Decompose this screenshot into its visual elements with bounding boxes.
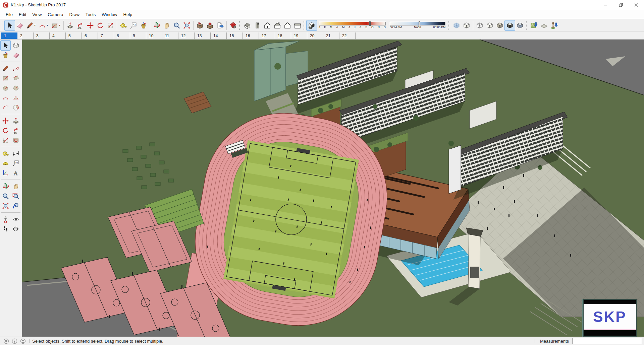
look-around-icon[interactable] xyxy=(11,214,21,224)
toolbar-drag-handle[interactable] xyxy=(526,21,528,30)
scene-tab[interactable]: 4 xyxy=(50,32,66,39)
menu-item[interactable]: View xyxy=(29,11,45,18)
arc-dropdown-icon[interactable]: ▾ xyxy=(47,24,49,27)
circle-tool-icon[interactable] xyxy=(1,83,10,93)
paint-bucket-icon[interactable] xyxy=(139,20,149,30)
scene-tab[interactable]: 8 xyxy=(114,32,130,39)
minimize-button[interactable] xyxy=(598,0,613,10)
eraser-icon[interactable] xyxy=(11,50,21,60)
line-tool-icon[interactable] xyxy=(25,20,35,30)
rotate-icon[interactable] xyxy=(95,20,105,30)
freehand-icon[interactable] xyxy=(11,64,21,73)
measurements-input[interactable] xyxy=(572,338,642,344)
x-ray-icon[interactable] xyxy=(451,20,462,30)
left-view-icon[interactable] xyxy=(292,20,303,30)
scene-tab[interactable]: 14 xyxy=(211,32,227,39)
select-tool-icon[interactable] xyxy=(1,41,10,50)
follow-me-icon[interactable] xyxy=(11,126,21,135)
follow-me-icon[interactable] xyxy=(75,20,85,30)
date-slider-thumb[interactable] xyxy=(369,21,371,26)
make-component-icon[interactable] xyxy=(11,41,21,50)
time-slider-thumb[interactable] xyxy=(419,21,420,26)
scale-icon[interactable] xyxy=(1,135,10,145)
scene-tab[interactable]: 10 xyxy=(146,32,162,39)
shadow-time-slider[interactable]: 06:24 AM Noon 05:06 PM xyxy=(390,22,445,29)
zoom-extents-icon[interactable] xyxy=(182,20,192,30)
rectangle-tool-icon[interactable] xyxy=(1,73,10,83)
zoom-extents-icon[interactable] xyxy=(1,201,10,211)
zoom-icon[interactable] xyxy=(1,191,10,201)
menu-item[interactable]: Edit xyxy=(16,11,29,18)
scene-tab[interactable]: 2 xyxy=(17,32,34,39)
zoom-icon[interactable] xyxy=(172,20,182,30)
toolbar-drag-handle[interactable] xyxy=(239,21,241,30)
dimension-icon[interactable] xyxy=(11,149,21,158)
circle-arrow-icon[interactable] xyxy=(11,224,21,234)
move-icon[interactable] xyxy=(85,20,95,30)
axes-icon[interactable] xyxy=(1,168,10,178)
add-location-icon[interactable] xyxy=(529,20,539,30)
shaded-textures-icon[interactable] xyxy=(505,20,515,30)
sign-in-icon[interactable] xyxy=(20,338,26,344)
scale-icon[interactable] xyxy=(105,20,115,30)
menu-item[interactable]: Camera xyxy=(45,11,66,18)
position-camera-icon[interactable] xyxy=(1,214,10,224)
menu-item[interactable]: File xyxy=(3,11,16,18)
push-pull-icon[interactable] xyxy=(11,116,21,126)
iso-view-icon[interactable] xyxy=(242,20,252,30)
right-view-icon[interactable] xyxy=(272,20,282,30)
rectangle-dropdown-icon[interactable]: ▾ xyxy=(59,24,62,27)
eraser-icon[interactable] xyxy=(15,20,25,30)
tape-measure-icon[interactable] xyxy=(1,149,10,158)
scene-tab[interactable]: 17 xyxy=(259,32,275,39)
share-model-icon[interactable] xyxy=(205,20,215,30)
orbit-icon[interactable] xyxy=(152,20,162,30)
scene-tab[interactable]: 20 xyxy=(307,32,323,39)
back-edges-icon[interactable] xyxy=(462,20,472,30)
three-point-arc-icon[interactable] xyxy=(1,102,10,112)
3d-text-icon[interactable] xyxy=(11,168,21,178)
back-view-icon[interactable] xyxy=(282,20,292,30)
scene-tab[interactable]: 22 xyxy=(339,32,356,39)
toolbar-drag-handle[interactable] xyxy=(448,21,450,30)
menu-item[interactable]: Help xyxy=(120,11,136,18)
hidden-line-icon[interactable] xyxy=(485,20,495,30)
pie-tool-icon[interactable] xyxy=(11,102,21,112)
orbit-icon[interactable] xyxy=(1,182,10,191)
scene-tab[interactable]: 12 xyxy=(178,32,195,39)
scene-tab[interactable]: 18 xyxy=(275,32,291,39)
menu-item[interactable]: Tools xyxy=(83,11,99,18)
rotate-icon[interactable] xyxy=(1,126,10,135)
push-pull-icon[interactable] xyxy=(65,20,75,30)
line-tool-icon[interactable] xyxy=(1,64,10,73)
front-view-icon[interactable] xyxy=(262,20,272,30)
top-view-icon[interactable] xyxy=(252,20,262,30)
tape-measure-icon[interactable] xyxy=(118,20,128,30)
rotated-rectangle-icon[interactable] xyxy=(11,73,21,83)
share-component-icon[interactable] xyxy=(215,20,225,30)
text-tool-icon[interactable] xyxy=(11,158,21,168)
walk-icon[interactable] xyxy=(1,224,10,234)
pan-icon[interactable] xyxy=(162,20,172,30)
close-button[interactable] xyxy=(629,0,644,10)
wireframe-icon[interactable] xyxy=(475,20,485,30)
shaded-icon[interactable] xyxy=(495,20,505,30)
photo-textures-icon[interactable] xyxy=(549,20,559,30)
polygon-tool-icon[interactable] xyxy=(11,83,21,93)
menu-item[interactable]: Window xyxy=(99,11,120,18)
pan-icon[interactable] xyxy=(11,182,21,191)
move-icon[interactable] xyxy=(1,116,10,126)
get-models-icon[interactable] xyxy=(195,20,205,30)
offset-icon[interactable] xyxy=(11,135,21,145)
zoom-window-icon[interactable] xyxy=(11,191,21,201)
geolocation-icon[interactable] xyxy=(3,338,9,344)
scene-tab[interactable]: 9 xyxy=(130,32,146,39)
monochrome-icon[interactable] xyxy=(515,20,525,30)
scene-tab[interactable]: 3 xyxy=(34,32,50,39)
zoom-previous-icon[interactable] xyxy=(11,201,21,211)
toggle-terrain-icon[interactable] xyxy=(539,20,549,30)
toolbar-drag-handle[interactable] xyxy=(304,21,305,30)
scene-tab[interactable]: 19 xyxy=(291,32,307,39)
rectangle-tool-icon[interactable] xyxy=(50,20,60,30)
protractor-icon[interactable] xyxy=(1,158,10,168)
